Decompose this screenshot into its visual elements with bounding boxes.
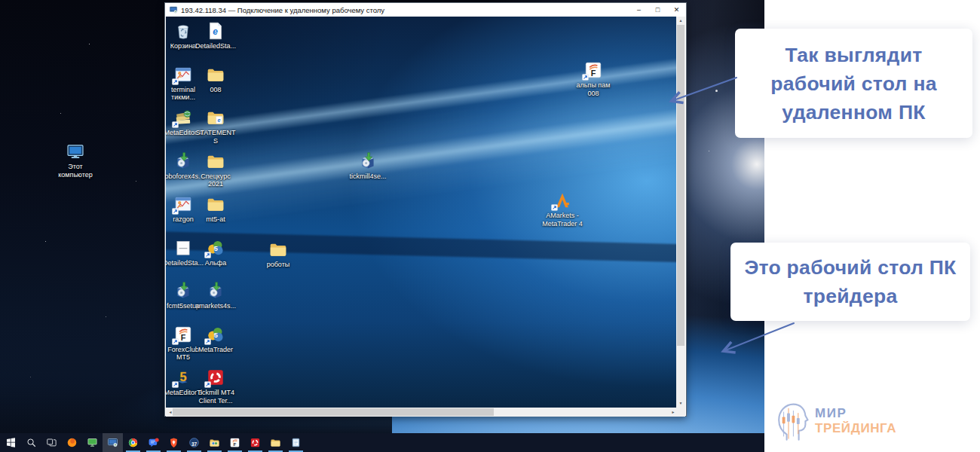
desktop-icon-alpy-pam-008[interactable]: альпы пам 008	[571, 60, 615, 97]
desktop-icon-label: роботы	[256, 261, 300, 269]
starfield	[89, 44, 90, 44]
firefox-icon	[66, 437, 78, 448]
desktop-icon-label: альпы пам 008	[571, 81, 615, 97]
horizontal-scrollbar[interactable]: ◄ ►	[166, 408, 678, 417]
callout-text: Так выглядит рабочий стол на удаленном П…	[743, 41, 965, 127]
close-button[interactable]: ✕	[667, 3, 686, 17]
desktop-icon-label: Этот компьютер	[54, 163, 97, 179]
folder-icon	[206, 151, 225, 171]
folder-icon	[206, 194, 225, 214]
minimize-button[interactable]: –	[629, 3, 648, 17]
folder-icon	[206, 65, 225, 84]
desktop-icon-this-pc[interactable]: Этот компьютер	[54, 142, 97, 179]
shortcut-arrow-icon	[172, 121, 179, 128]
brave-icon	[168, 437, 179, 448]
logo-line-1: МИР	[815, 406, 896, 421]
installer-icon	[173, 151, 193, 171]
scroll-down-icon[interactable]: ▼	[676, 399, 685, 408]
taskbar-button-brave[interactable]	[164, 433, 184, 452]
start-icon	[5, 437, 17, 448]
taskbar-button-forexclub-app[interactable]	[225, 433, 245, 452]
horizontal-scroll-thumb[interactable]	[173, 408, 494, 416]
folder-icon	[268, 240, 288, 259]
forexclub-app-icon	[229, 437, 240, 448]
appwin-icon	[173, 194, 193, 214]
shortcut-arrow-icon	[172, 78, 179, 85]
desktop-icon-label: Спецкурс 2021	[194, 173, 237, 188]
notepad-icon	[290, 437, 302, 448]
taskbar-button-task-view[interactable]	[41, 433, 62, 452]
recycle-icon	[173, 21, 193, 41]
taskbar-button-display-app[interactable]	[82, 433, 103, 452]
desktop-icon-tickmill-setup[interactable]: tickmill4se...	[346, 151, 390, 181]
taskbar-button-firefox[interactable]	[62, 433, 82, 452]
vertical-scrollbar[interactable]: ▲ ▼	[676, 17, 685, 408]
wallpaper-dark-band	[166, 231, 678, 264]
desktop-icon-label: tickmill4se...	[346, 173, 390, 181]
vertical-scroll-thumb[interactable]	[677, 25, 684, 346]
brand-logo: МИР ТРЕЙДИНГА	[773, 400, 896, 442]
appwin-icon	[173, 65, 193, 84]
taskbar-button-remote-desktop[interactable]	[103, 433, 123, 452]
tickmill-app-icon	[250, 437, 261, 448]
desktop-icon-detailedsta-file[interactable]: DetailedSta...	[194, 21, 237, 50]
desktop-icon-folder-statements[interactable]: STATEMENTS	[194, 108, 237, 145]
foldere-icon	[206, 108, 225, 127]
remote-desktop-viewport[interactable]: КорзинаDetailedSta...terminal тикми...00…	[166, 17, 678, 408]
telegram-icon	[188, 437, 200, 448]
maximize-button[interactable]: □	[648, 3, 667, 17]
shared-folder-icon	[209, 437, 220, 448]
shortcut-arrow-icon	[582, 74, 589, 81]
chrome-icon	[127, 437, 139, 448]
desktop-icon-label: Альфа	[194, 259, 237, 267]
window-titlebar[interactable]: 193.42.118.34 — Подключение к удаленному…	[165, 3, 686, 17]
logo-line-2: ТРЕЙДИНГА	[815, 421, 896, 436]
taskbar-button-start[interactable]	[1, 433, 21, 452]
taskbar-button-notepad[interactable]	[286, 433, 306, 452]
desktop-icon-tickmill-mt4-client[interactable]: Tickmill MT4 Client Ter...	[194, 368, 237, 405]
fclub-icon	[173, 325, 193, 344]
taskbar-button-messenger[interactable]	[143, 433, 164, 452]
host-desktop[interactable]: Этот компьютер 193.42.118.34 — Подключен…	[0, 0, 764, 433]
taskbar-button-search[interactable]	[21, 433, 41, 452]
desktop-icon-amarkets-mt4[interactable]: AMarkets - MetaTrader 4	[541, 191, 584, 228]
task-view-icon	[46, 437, 57, 448]
computer-icon	[66, 142, 85, 161]
scroll-up-icon[interactable]: ▲	[676, 17, 685, 25]
desktop-icon-label: STATEMENTS	[194, 129, 237, 145]
taskbar-button-chrome[interactable]	[123, 433, 143, 452]
desktop-icon-alfa-mt5[interactable]: Альфа	[194, 238, 237, 267]
search-icon	[26, 437, 37, 448]
shortcut-arrow-icon	[551, 204, 558, 211]
blankdoc-icon	[173, 238, 193, 258]
desktop-icon-metatrader[interactable]: MetaTrader	[194, 325, 237, 354]
desktop-icon-label: MetaTrader	[194, 346, 237, 354]
taskbar-button-shared-folder[interactable]	[204, 433, 225, 452]
tickmill-icon	[206, 368, 225, 387]
file-explorer-icon	[270, 437, 281, 448]
iedoc-icon	[206, 21, 225, 41]
callout-trader-desktop: Это рабочий стол ПК трейдера	[730, 243, 970, 321]
taskbar-button-tickmill-app[interactable]	[245, 433, 265, 452]
books-icon	[173, 108, 193, 127]
desktop-icon-folder-roboty[interactable]: роботы	[256, 240, 300, 269]
desktop-icon-folder-speckurs[interactable]: Спецкурс 2021	[194, 151, 237, 188]
taskbar-button-file-explorer[interactable]	[265, 433, 286, 452]
desktop-icon-label: mt5-at	[194, 215, 237, 224]
desktop-icon-amarkets-setup[interactable]: amarkets4s...	[194, 281, 237, 310]
display-app-icon	[87, 437, 98, 448]
shortcut-arrow-icon	[204, 252, 211, 258]
desktop-icon-folder-mt5-at[interactable]: mt5-at	[194, 194, 237, 224]
callout-text: Это рабочий стол ПК трейдера	[738, 253, 963, 310]
desktop-icon-folder-008[interactable]: 008	[194, 65, 237, 94]
resize-grip[interactable]	[676, 408, 685, 417]
installer-icon	[206, 281, 225, 301]
callout-remote-desktop: Так выглядит рабочий стол на удаленном П…	[735, 29, 972, 138]
shortcut-arrow-icon	[172, 338, 179, 345]
rdp-window-icon	[169, 5, 178, 14]
taskbar-button-telegram[interactable]: 37	[184, 433, 204, 452]
desktop-icon-label: 008	[194, 86, 237, 94]
shortcut-arrow-icon	[204, 381, 211, 388]
installer-icon	[173, 281, 193, 301]
shortcut-arrow-icon	[204, 338, 211, 345]
